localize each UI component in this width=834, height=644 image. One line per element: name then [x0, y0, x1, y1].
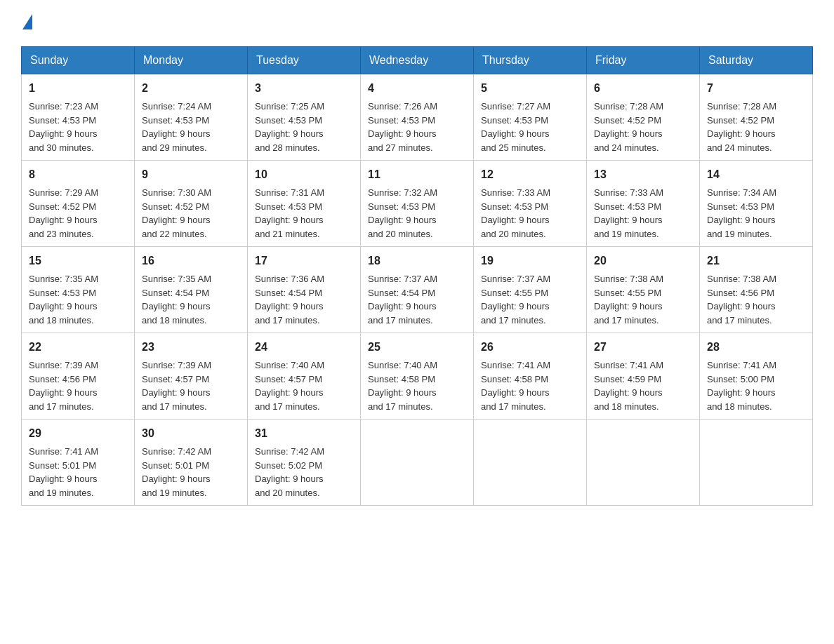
calendar-cell	[474, 420, 587, 506]
daylight-minutes: and 20 minutes.	[368, 229, 433, 239]
daylight-label: Daylight: 9 hours	[707, 301, 776, 311]
sunrise-label: Sunrise: 7:42 AM	[255, 446, 324, 457]
daylight-minutes: and 28 minutes.	[255, 142, 320, 153]
calendar-cell: 25 Sunrise: 7:40 AM Sunset: 4:58 PM Dayl…	[361, 333, 474, 420]
daylight-minutes: and 24 minutes.	[594, 142, 659, 153]
daylight-label: Daylight: 9 hours	[255, 128, 324, 139]
day-number: 18	[368, 253, 466, 269]
day-number: 5	[481, 80, 579, 97]
day-number: 16	[142, 253, 240, 269]
sunset-label: Sunset: 5:01 PM	[29, 460, 96, 471]
day-number: 21	[707, 253, 805, 269]
sunrise-label: Sunrise: 7:37 AM	[481, 274, 550, 284]
sunrise-label: Sunrise: 7:38 AM	[594, 274, 663, 284]
daylight-minutes: and 17 minutes.	[707, 315, 772, 326]
daylight-label: Daylight: 9 hours	[29, 474, 98, 484]
sunrise-label: Sunrise: 7:42 AM	[142, 446, 211, 457]
sunset-label: Sunset: 4:53 PM	[707, 201, 774, 212]
sunset-label: Sunset: 4:56 PM	[707, 288, 774, 298]
daylight-label: Daylight: 9 hours	[481, 387, 550, 398]
daylight-minutes: and 17 minutes.	[29, 401, 94, 412]
calendar-cell	[587, 420, 700, 506]
daylight-label: Daylight: 9 hours	[707, 215, 776, 225]
sunset-label: Sunset: 4:54 PM	[142, 288, 209, 298]
sunset-label: Sunset: 4:55 PM	[594, 288, 661, 298]
day-number: 8	[29, 166, 127, 183]
daylight-label: Daylight: 9 hours	[255, 474, 324, 484]
calendar-cell: 27 Sunrise: 7:41 AM Sunset: 4:59 PM Dayl…	[587, 333, 700, 420]
weekday-header-sunday: Sunday	[22, 47, 135, 74]
sunset-label: Sunset: 4:58 PM	[368, 374, 435, 384]
sunset-label: Sunset: 4:53 PM	[368, 115, 435, 126]
calendar-cell: 28 Sunrise: 7:41 AM Sunset: 5:00 PM Dayl…	[700, 333, 813, 420]
sunset-label: Sunset: 4:52 PM	[594, 115, 661, 126]
daylight-minutes: and 22 minutes.	[142, 229, 207, 239]
daylight-minutes: and 29 minutes.	[142, 142, 207, 153]
daylight-minutes: and 17 minutes.	[255, 315, 320, 326]
sunrise-label: Sunrise: 7:28 AM	[594, 101, 663, 112]
calendar-cell: 14 Sunrise: 7:34 AM Sunset: 4:53 PM Dayl…	[700, 161, 813, 247]
sunset-label: Sunset: 4:52 PM	[29, 201, 96, 212]
calendar-cell: 10 Sunrise: 7:31 AM Sunset: 4:53 PM Dayl…	[248, 161, 361, 247]
sunset-label: Sunset: 4:58 PM	[481, 374, 548, 384]
sunset-label: Sunset: 5:00 PM	[707, 374, 774, 384]
daylight-label: Daylight: 9 hours	[142, 128, 211, 139]
daylight-label: Daylight: 9 hours	[594, 128, 663, 139]
day-number: 10	[255, 166, 353, 183]
day-number: 2	[142, 80, 240, 97]
calendar-cell: 19 Sunrise: 7:37 AM Sunset: 4:55 PM Dayl…	[474, 247, 587, 333]
calendar-cell: 4 Sunrise: 7:26 AM Sunset: 4:53 PM Dayli…	[361, 74, 474, 161]
sunrise-label: Sunrise: 7:33 AM	[594, 187, 663, 198]
day-number: 28	[707, 339, 805, 356]
daylight-minutes: and 17 minutes.	[368, 315, 433, 326]
sunset-label: Sunset: 5:02 PM	[255, 460, 322, 471]
day-number: 25	[368, 339, 466, 356]
sunset-label: Sunset: 4:53 PM	[29, 288, 96, 298]
sunset-label: Sunset: 4:53 PM	[594, 201, 661, 212]
calendar-cell: 8 Sunrise: 7:29 AM Sunset: 4:52 PM Dayli…	[22, 161, 135, 247]
day-number: 15	[29, 253, 127, 269]
daylight-minutes: and 17 minutes.	[481, 315, 546, 326]
daylight-label: Daylight: 9 hours	[368, 128, 437, 139]
daylight-minutes: and 25 minutes.	[481, 142, 546, 153]
sunrise-label: Sunrise: 7:39 AM	[29, 360, 98, 370]
sunrise-label: Sunrise: 7:33 AM	[481, 187, 550, 198]
daylight-label: Daylight: 9 hours	[707, 128, 776, 139]
day-number: 1	[29, 80, 127, 97]
daylight-minutes: and 30 minutes.	[29, 142, 94, 153]
weekday-header-row: SundayMondayTuesdayWednesdayThursdayFrid…	[22, 47, 813, 74]
calendar-cell: 6 Sunrise: 7:28 AM Sunset: 4:52 PM Dayli…	[587, 74, 700, 161]
day-number: 23	[142, 339, 240, 356]
page-header	[21, 14, 813, 32]
calendar-cell: 26 Sunrise: 7:41 AM Sunset: 4:58 PM Dayl…	[474, 333, 587, 420]
daylight-minutes: and 17 minutes.	[368, 401, 433, 412]
logo	[21, 14, 32, 32]
sunrise-label: Sunrise: 7:28 AM	[707, 101, 776, 112]
sunrise-label: Sunrise: 7:41 AM	[707, 360, 776, 370]
calendar-cell: 16 Sunrise: 7:35 AM Sunset: 4:54 PM Dayl…	[135, 247, 248, 333]
day-number: 13	[594, 166, 692, 183]
daylight-label: Daylight: 9 hours	[594, 301, 663, 311]
calendar-cell	[361, 420, 474, 506]
week-row-5: 29 Sunrise: 7:41 AM Sunset: 5:01 PM Dayl…	[22, 420, 813, 506]
daylight-minutes: and 19 minutes.	[142, 488, 207, 498]
daylight-minutes: and 19 minutes.	[707, 229, 772, 239]
daylight-minutes: and 24 minutes.	[707, 142, 772, 153]
daylight-minutes: and 27 minutes.	[368, 142, 433, 153]
daylight-minutes: and 20 minutes.	[481, 229, 546, 239]
week-row-4: 22 Sunrise: 7:39 AM Sunset: 4:56 PM Dayl…	[22, 333, 813, 420]
day-number: 4	[368, 80, 466, 97]
daylight-minutes: and 19 minutes.	[594, 229, 659, 239]
sunset-label: Sunset: 4:56 PM	[29, 374, 96, 384]
calendar-cell: 11 Sunrise: 7:32 AM Sunset: 4:53 PM Dayl…	[361, 161, 474, 247]
sunrise-label: Sunrise: 7:35 AM	[29, 274, 98, 284]
sunrise-label: Sunrise: 7:37 AM	[368, 274, 437, 284]
sunset-label: Sunset: 4:53 PM	[481, 115, 548, 126]
calendar-cell: 23 Sunrise: 7:39 AM Sunset: 4:57 PM Dayl…	[135, 333, 248, 420]
calendar-cell: 31 Sunrise: 7:42 AM Sunset: 5:02 PM Dayl…	[248, 420, 361, 506]
daylight-label: Daylight: 9 hours	[29, 128, 98, 139]
daylight-minutes: and 18 minutes.	[707, 401, 772, 412]
daylight-label: Daylight: 9 hours	[481, 128, 550, 139]
sunset-label: Sunset: 4:53 PM	[368, 201, 435, 212]
day-number: 24	[255, 339, 353, 356]
